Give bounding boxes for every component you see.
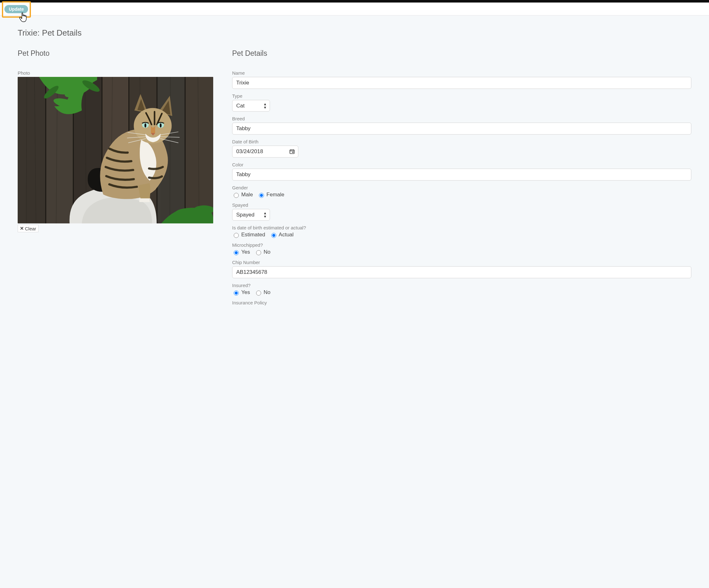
gender-radio-group: Male Female: [232, 192, 691, 198]
pet-photo-heading: Pet Photo: [18, 49, 213, 58]
chip-number-label: Chip Number: [232, 260, 691, 265]
microchipped-yes-radio[interactable]: [234, 250, 239, 255]
microchipped-radio-group: Yes No: [232, 249, 691, 255]
dob-label: Date of Birth: [232, 139, 691, 144]
dob-actual-radio[interactable]: [271, 233, 276, 238]
svg-rect-1: [18, 77, 46, 223]
microchipped-no-label: No: [264, 249, 271, 255]
close-icon: ✕: [20, 226, 24, 231]
insured-radio-group: Yes No: [232, 289, 691, 296]
dob-estimated-radio[interactable]: [234, 233, 239, 238]
update-button[interactable]: Update: [4, 5, 28, 13]
pet-details-section: Pet Details Name Type Cat ▲▼ Breed Date …: [232, 49, 691, 307]
page-title: Trixie: Pet Details: [18, 28, 691, 38]
insured-no-radio[interactable]: [256, 290, 261, 296]
breed-input[interactable]: [232, 122, 691, 135]
insured-label: Insured?: [232, 283, 691, 288]
insured-yes-label: Yes: [241, 289, 250, 296]
spayed-select[interactable]: Spayed: [232, 209, 270, 221]
clear-photo-label: Clear: [25, 226, 36, 231]
dob-kind-label: Is date of birth estimated or actual?: [232, 225, 691, 230]
dob-actual-label: Actual: [279, 232, 294, 238]
insurance-policy-label: Insurance Policy: [232, 300, 691, 305]
insured-yes-radio[interactable]: [234, 290, 239, 296]
gender-male-label: Male: [241, 192, 253, 198]
toolbar: Update: [0, 2, 709, 16]
page-content: Trixie: Pet Details Pet Photo Photo: [0, 16, 709, 319]
gender-female-label: Female: [266, 192, 285, 198]
spayed-label: Spayed: [232, 202, 691, 208]
insured-no-label: No: [264, 289, 271, 296]
clear-photo-button[interactable]: ✕ Clear: [18, 225, 38, 232]
gender-female-radio[interactable]: [259, 193, 264, 198]
breed-label: Breed: [232, 116, 691, 121]
type-label: Type: [232, 93, 691, 99]
svg-point-31: [145, 123, 146, 128]
microchipped-yes-label: Yes: [241, 249, 250, 255]
pet-photo: [18, 77, 213, 223]
type-select[interactable]: Cat: [232, 100, 270, 112]
name-label: Name: [232, 70, 691, 76]
microchipped-label: Microchipped?: [232, 242, 691, 248]
pet-details-heading: Pet Details: [232, 49, 691, 58]
microchipped-no-radio[interactable]: [256, 250, 261, 255]
pet-photo-section: Pet Photo Photo: [18, 49, 213, 232]
dob-kind-radio-group: Estimated Actual: [232, 232, 691, 238]
photo-label: Photo: [18, 70, 213, 76]
top-black-strip: [0, 0, 709, 2]
color-label: Color: [232, 162, 691, 167]
gender-label: Gender: [232, 185, 691, 190]
color-input[interactable]: [232, 169, 691, 180]
dob-input[interactable]: [232, 146, 298, 158]
svg-point-32: [160, 123, 161, 128]
svg-rect-7: [185, 77, 213, 223]
chip-number-input[interactable]: [232, 266, 691, 278]
gender-male-radio[interactable]: [234, 193, 239, 198]
dob-estimated-label: Estimated: [241, 232, 265, 238]
name-input[interactable]: [232, 77, 691, 89]
